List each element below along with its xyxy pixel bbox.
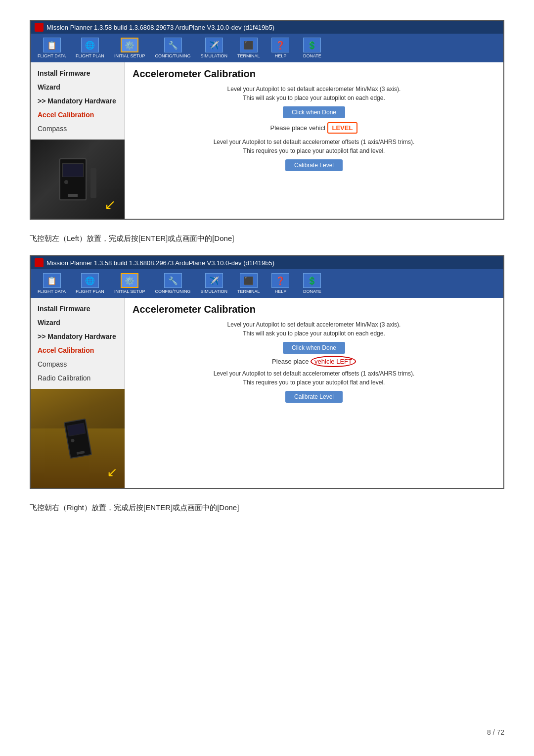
simulation-icon-2: ✈️	[205, 273, 223, 288]
simulation-label: SIMULATION	[201, 53, 227, 58]
calib-line1-1: Level your Autopilot to set default acce…	[227, 86, 401, 93]
toolbar-donate[interactable]: 💲 DONATE	[297, 36, 327, 60]
calib-text2-1: Level your Autopilot to set default acce…	[133, 138, 495, 155]
sidebar-wizard-2[interactable]: Wizard	[31, 316, 124, 330]
flight-plan-label: FLIGHT PLAN	[76, 53, 104, 58]
titlebar-2: Mission Planner 1.3.58 build 1.3.6808.29…	[31, 256, 503, 269]
calibrate-level-1[interactable]: Calibrate Level	[285, 159, 343, 171]
calib-line2-2: This will ask you to place your autopilo…	[243, 330, 385, 337]
calib-line2-1: This will ask you to place your autopilo…	[243, 94, 385, 101]
terminal-label: TERMINAL	[237, 53, 260, 58]
toolbar2-simulation[interactable]: ✈️ SIMULATION	[197, 271, 231, 296]
toolbar2-config-tuning[interactable]: 🔧 CONFIG/TUNING	[151, 271, 195, 296]
sidebar-accel-calib-2[interactable]: Accel Calibration	[31, 343, 124, 357]
terminal-icon: ⬛	[240, 38, 258, 52]
sidebar-accel-calib-1[interactable]: Accel Calibration	[31, 108, 124, 122]
sidebar-compass-2[interactable]: Compass	[31, 357, 124, 371]
help-icon-2: ❓	[271, 273, 289, 288]
mp-logo-icon-2	[35, 258, 44, 267]
click-when-done-2[interactable]: Click when Done	[283, 342, 345, 354]
toolbar-simulation[interactable]: ✈️ SIMULATION	[197, 36, 231, 60]
titlebar-text-2: Mission Planner 1.3.58 build 1.3.6808.29…	[46, 259, 274, 267]
terminal-label-2: TERMINAL	[237, 289, 260, 294]
calib-line4-1: This requires you to place your autopilo…	[243, 147, 385, 154]
flight-plan-icon-2: 🌐	[81, 273, 99, 288]
flight-plan-label-2: FLIGHT PLAN	[76, 289, 104, 294]
main-title-2: Accelerometer Calibration	[133, 304, 495, 315]
config-tuning-label: CONFIG/TUNING	[155, 53, 191, 58]
sidebar-compass-1[interactable]: Compass	[31, 122, 124, 136]
calibrate-level-2[interactable]: Calibrate Level	[285, 391, 343, 403]
help-label: HELP	[275, 53, 287, 58]
flight-data-label: FLIGHT DATA	[38, 53, 66, 58]
flight-data-icon: 📋	[43, 38, 61, 52]
flight-data-icon-2: 📋	[43, 273, 61, 288]
donate-label: DONATE	[303, 53, 321, 58]
page-number: 8 / 72	[487, 728, 504, 736]
sidebar-radio-calib-2[interactable]: Radio Calibration	[31, 371, 124, 385]
hw-image-bg-1: ↙	[31, 140, 125, 219]
sidebar-lower-2: Install Firmware Wizard >> Mandatory Har…	[31, 298, 125, 488]
window-2: Mission Planner 1.3.58 build 1.3.6808.29…	[30, 255, 504, 489]
toolbar2-flight-data[interactable]: 📋 FLIGHT DATA	[34, 271, 70, 296]
toolbar-config-tuning[interactable]: 🔧 CONFIG/TUNING	[151, 36, 195, 60]
main-title-1: Accelerometer Calibration	[133, 68, 495, 80]
toolbar-initial-setup[interactable]: ⚙️ INITIAL SETUP	[110, 36, 149, 60]
flight-plan-icon: 🌐	[81, 38, 99, 52]
initial-setup-label-2: INITIAL SETUP	[114, 289, 145, 294]
toolbar-help[interactable]: ❓ HELP	[266, 36, 295, 60]
page-container: Mission Planner 1.3.58 build 1.3.6808.29…	[30, 20, 504, 516]
titlebar-text-1: Mission Planner 1.3.58 build 1.3.6808.29…	[46, 24, 274, 31]
place-text-2: Please place vehicle LEFT	[133, 358, 495, 365]
calib-line3-1: Level your Autopilot to set default acce…	[214, 139, 415, 145]
initial-setup-icon-2: ⚙️	[121, 273, 138, 288]
initial-setup-label: INITIAL SETUP	[114, 53, 145, 58]
toolbar-flight-plan[interactable]: 🌐 FLIGHT PLAN	[72, 36, 108, 60]
mp-logo-icon	[35, 23, 44, 32]
main-panel-1: Accelerometer Calibration Level your Aut…	[125, 62, 503, 219]
vehicle-left-badge-2: vehicle LEFT	[311, 356, 356, 367]
sidebar-mandatory-hw-1[interactable]: >> Mandatory Hardware	[31, 94, 124, 108]
click-when-done-1[interactable]: Click when Done	[283, 106, 345, 118]
content-2: Install Firmware Wizard >> Mandatory Har…	[31, 298, 503, 488]
help-icon: ❓	[271, 38, 289, 52]
place-label-2: Please place	[272, 358, 309, 365]
toolbar-flight-data[interactable]: 📋 FLIGHT DATA	[34, 36, 70, 60]
titlebar-1: Mission Planner 1.3.58 build 1.3.6808.29…	[31, 21, 503, 34]
caption-2: 飞控朝右（Right）放置，完成后按[ENTER]或点画面中的[Done]	[30, 502, 504, 514]
simulation-label-2: SIMULATION	[201, 289, 227, 294]
calib-text1-2: Level your Autopilot to set default acce…	[133, 320, 495, 338]
sidebar-lower-1: Install Firmware Wizard >> Mandatory Har…	[31, 62, 125, 219]
sidebar-install-firmware-1[interactable]: Install Firmware	[31, 66, 124, 80]
level-badge-1: LEVEL	[327, 122, 358, 134]
config-tuning-icon: 🔧	[164, 38, 182, 52]
hardware-image-1: ↙	[31, 140, 125, 219]
sidebar-mandatory-hw-2[interactable]: >> Mandatory Hardware	[31, 330, 124, 343]
toolbar2-help[interactable]: ❓ HELP	[266, 271, 295, 296]
toolbar-1: 📋 FLIGHT DATA 🌐 FLIGHT PLAN ⚙️ INITIAL S…	[31, 34, 503, 62]
place-label-1: Please place vehicl	[270, 124, 325, 132]
caption-1: 飞控朝左（Left）放置，完成后按[ENTER]或点画面中的[Done]	[30, 233, 504, 244]
window-1: Mission Planner 1.3.58 build 1.3.6808.29…	[30, 20, 504, 220]
help-label-2: HELP	[275, 289, 287, 294]
toolbar2-initial-setup[interactable]: ⚙️ INITIAL SETUP	[110, 271, 149, 296]
content-1: Install Firmware Wizard >> Mandatory Har…	[31, 62, 503, 219]
calib-line4-2: This requires you to place your autopilo…	[243, 379, 385, 386]
sidebar-install-firmware-2[interactable]: Install Firmware	[31, 302, 124, 316]
sidebar-1: Install Firmware Wizard >> Mandatory Har…	[31, 62, 125, 140]
calib-line3-2: Level your Autopilot to set default acce…	[214, 370, 415, 377]
config-tuning-icon-2: 🔧	[164, 273, 182, 288]
donate-label-2: DONATE	[303, 289, 321, 294]
toolbar-2: 📋 FLIGHT DATA 🌐 FLIGHT PLAN ⚙️ INITIAL S…	[31, 269, 503, 298]
sidebar-wizard-1[interactable]: Wizard	[31, 80, 124, 94]
terminal-icon-2: ⬛	[240, 273, 258, 288]
toolbar2-flight-plan[interactable]: 🌐 FLIGHT PLAN	[72, 271, 108, 296]
place-text-1: Please place vehicl LEVEL	[133, 122, 495, 134]
initial-setup-icon: ⚙️	[121, 38, 138, 52]
donate-icon-2: 💲	[303, 273, 321, 288]
toolbar2-donate[interactable]: 💲 DONATE	[297, 271, 327, 296]
toolbar2-terminal[interactable]: ⬛ TERMINAL	[233, 271, 264, 296]
flight-data-label-2: FLIGHT DATA	[38, 289, 66, 294]
hand-image-2: ↙	[31, 389, 125, 488]
toolbar-terminal[interactable]: ⬛ TERMINAL	[233, 36, 264, 60]
